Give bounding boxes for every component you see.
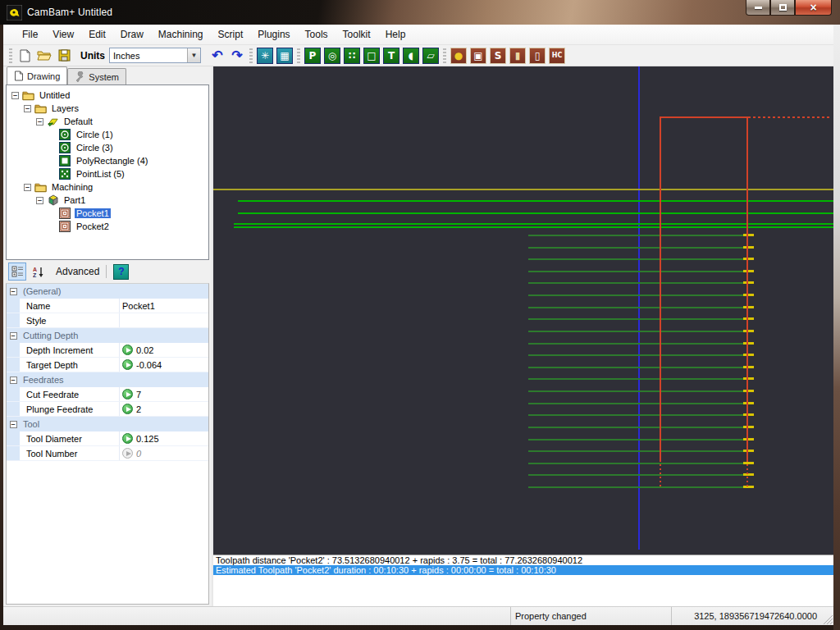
menu-edit[interactable]: Edit [81, 25, 113, 43]
lathe-op-icon[interactable]: ▮ [509, 47, 527, 64]
gcode-op-icon[interactable]: HC [548, 47, 566, 64]
save-file-icon[interactable] [55, 47, 73, 64]
pocket-op-icon[interactable]: ▣ [469, 47, 487, 64]
property-value[interactable]: 0.02 [120, 343, 208, 357]
alphabetical-sort-button[interactable]: AZ [30, 262, 48, 281]
menu-help[interactable]: Help [378, 25, 413, 43]
property-row-target-depth[interactable]: Target Depth-0.064 [7, 358, 208, 372]
rapid-dash [743, 234, 754, 236]
drill-op-icon[interactable]: ● [450, 47, 468, 64]
tree-item-label: Pocket1 [75, 208, 111, 218]
property-row-tool-diameter[interactable]: Tool Diameter0.125 [7, 431, 208, 446]
draw-rectangle-icon[interactable]: □ [363, 47, 381, 64]
log-message[interactable]: Toolpath distance 'Pocket2' : 73.5132680… [213, 555, 833, 565]
property-row-name[interactable]: NamePocket1 [7, 299, 208, 313]
tab-system[interactable]: System [67, 68, 126, 84]
tree-expander[interactable]: − [24, 105, 31, 112]
property-category-tool[interactable]: −Tool [7, 417, 208, 431]
undo-icon[interactable]: ↶ [208, 47, 226, 64]
toolpath-line-dark [528, 463, 746, 464]
menu-view[interactable]: View [45, 25, 81, 43]
tree-item-label: Machining [50, 182, 94, 192]
toolpath-line-bright [238, 200, 833, 202]
property-value[interactable]: -0.064 [120, 358, 208, 372]
profile-op-icon[interactable]: ▯ [528, 47, 546, 64]
minimize-button[interactable] [746, 0, 770, 16]
tree-item-circle-1-[interactable]: Circle (1) [7, 128, 208, 141]
property-grid: −(General)NamePocket1Style−Cutting Depth… [6, 283, 209, 605]
draw-pointlist-icon[interactable]: ∷ [343, 47, 361, 64]
grid-icon[interactable]: ▦ [276, 47, 294, 64]
units-combobox[interactable]: Inches▼ [109, 48, 201, 63]
tree-item-circle-3-[interactable]: Circle (3) [7, 141, 208, 154]
tree-item-machining[interactable]: −Machining [7, 180, 208, 194]
draw-surface-icon[interactable]: ◖ [402, 47, 420, 64]
menu-file[interactable]: File [15, 25, 45, 43]
tree-item-label: Circle (3) [75, 143, 115, 153]
maximize-button[interactable] [770, 0, 795, 16]
menu-toolkit[interactable]: Toolkit [336, 25, 378, 43]
property-value[interactable]: 0 [120, 446, 208, 460]
resize-grip[interactable] [821, 613, 833, 624]
draw-point-icon[interactable]: ✳ [256, 47, 274, 64]
property-value[interactable]: Pocket1 [120, 299, 208, 313]
tab-drawing[interactable]: Drawing [7, 66, 67, 84]
tree-item-default[interactable]: −Default [7, 115, 208, 128]
category-expander[interactable]: − [10, 332, 17, 340]
folder-icon [34, 103, 47, 114]
close-button[interactable]: × [795, 0, 832, 16]
app-window: CamBam+ Untitled × FileViewEditDrawMachi… [0, 0, 840, 630]
help-button[interactable]: ? [113, 264, 129, 280]
draw-solid-icon[interactable]: ▱ [422, 47, 440, 64]
property-value[interactable]: 0.125 [120, 431, 208, 445]
polyline-icon[interactable]: P [304, 47, 322, 64]
property-row-depth-increment[interactable]: Depth Increment0.02 [7, 343, 208, 358]
row-gutter [7, 402, 20, 416]
stock-outline-top [660, 116, 748, 118]
property-value[interactable]: 2 [120, 402, 208, 416]
toolbar-grip [443, 48, 446, 63]
menu-tools[interactable]: Tools [298, 25, 336, 43]
category-expander[interactable]: − [10, 377, 17, 384]
menu-script[interactable]: Script [211, 25, 251, 43]
categorized-view-button[interactable] [8, 262, 26, 281]
category-expander[interactable]: − [10, 288, 17, 295]
property-value[interactable] [120, 313, 208, 327]
redo-icon[interactable]: ↷ [228, 47, 246, 64]
menu-draw[interactable]: Draw [113, 25, 151, 43]
tree-item-polyrectangle-4-[interactable]: PolyRectangle (4) [7, 154, 208, 167]
new-file-icon[interactable] [16, 47, 34, 64]
advanced-button[interactable]: Advanced [56, 266, 99, 277]
rectangle-icon [59, 155, 71, 167]
menu-bar: FileViewEditDrawMachiningScriptPluginsTo… [3, 25, 833, 45]
tree-item-part1[interactable]: −Part1 [7, 194, 208, 207]
tree-expander[interactable]: − [36, 118, 43, 126]
open-file-icon[interactable] [35, 47, 53, 64]
property-row-plunge-feedrate[interactable]: Plunge Feedrate2 [7, 402, 208, 417]
property-category-cutting-depth[interactable]: −Cutting Depth [7, 328, 208, 343]
menu-machining[interactable]: Machining [151, 25, 211, 43]
menu-plugins[interactable]: Plugins [250, 25, 297, 43]
tree-item-untitled[interactable]: −Untitled [7, 89, 208, 102]
tree-item-layers[interactable]: −Layers [7, 102, 208, 115]
tree-expander[interactable]: − [36, 197, 43, 204]
log-message[interactable]: Estimated Toolpath 'Pocket2' duration : … [213, 565, 833, 575]
property-row-cut-feedrate[interactable]: Cut Feedrate7 [7, 387, 208, 402]
property-category--general-[interactable]: −(General) [7, 284, 208, 299]
tab-label: System [89, 72, 119, 82]
draw-text-icon[interactable]: T [382, 47, 400, 64]
tree-item-pocket1[interactable]: Pocket1 [7, 207, 208, 220]
tree-item-pointlist-5-[interactable]: PointList (5) [7, 167, 208, 180]
drawing-canvas[interactable] [213, 66, 833, 555]
tree-item-pocket2[interactable]: Pocket2 [7, 220, 208, 233]
property-name: Name [20, 299, 120, 313]
property-row-tool-number[interactable]: Tool Number0 [7, 446, 208, 461]
draw-circle-icon[interactable]: ◎ [323, 47, 341, 64]
tree-expander[interactable]: − [24, 184, 31, 191]
property-value[interactable]: 7 [120, 387, 208, 401]
property-category-feedrates[interactable]: −Feedrates [7, 372, 208, 387]
tree-expander[interactable]: − [11, 92, 19, 99]
engrave-op-icon[interactable]: S [489, 47, 507, 64]
category-expander[interactable]: − [10, 421, 17, 428]
property-row-style[interactable]: Style [7, 313, 208, 328]
